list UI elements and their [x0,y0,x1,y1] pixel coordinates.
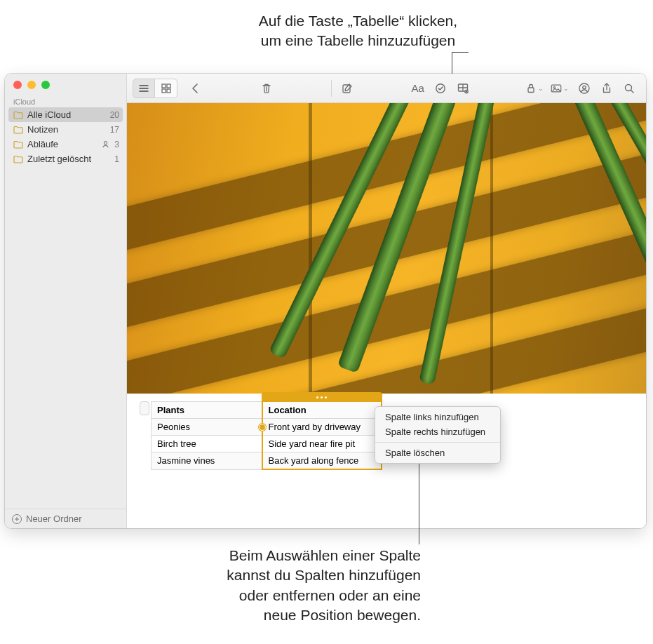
table-row: Jasmine vines Back yard along fence [152,452,382,470]
callout-text: um eine Tabelle hinzuzufügen [0,31,653,51]
media-button[interactable]: ⌄ [545,79,573,98]
sidebar-item-count: 17 [110,125,119,135]
sidebar-item-count: 3 [114,140,119,149]
delete-button[interactable] [255,79,278,98]
close-window-button[interactable] [13,81,22,89]
sidebar: iCloud Alle iCloud20Notizen17Abläufe3Zul… [5,74,127,528]
collaborate-button[interactable] [573,79,595,98]
sidebar-section-label: iCloud [5,95,126,107]
svg-rect-6 [162,89,166,93]
new-folder-label: Neuer Ordner [26,514,81,524]
lock-button[interactable]: ⌄ [523,79,545,98]
table-cell[interactable]: Peonies [152,419,262,436]
toolbar-separator [331,80,332,97]
sidebar-item-count: 1 [114,154,119,164]
column-drag-handle[interactable] [259,424,266,431]
zoom-window-button[interactable] [41,81,50,89]
view-list-button[interactable] [133,79,155,98]
callout-leader [419,450,419,544]
svg-point-20 [579,83,589,93]
svg-rect-5 [167,84,170,88]
minimize-window-button[interactable] [27,81,36,89]
sidebar-item-label: Notizen [27,124,106,135]
menu-item-delete-column[interactable]: Spalte löschen [375,445,500,460]
menu-item-add-column-left[interactable]: Spalte links hinzufügen [375,410,500,424]
callout-bottom: Beim Auswählen einer Spalte kannst du Sp… [0,546,421,625]
search-button[interactable] [618,79,640,98]
sidebar-item-alle-icloud[interactable]: Alle iCloud20 [8,107,123,122]
format-button[interactable]: Aa [407,79,429,98]
note-content-pane: Aa ⌄ ⌄ [127,74,646,528]
menu-separator [375,442,500,443]
folder-icon [13,140,23,149]
table-cell[interactable]: Back yard along fence [262,452,382,470]
callout-top: Auf die Taste „Tabelle“ klicken, um eine… [0,11,653,51]
sidebar-item-zuletzt-gelöscht[interactable]: Zuletzt gelöscht1 [5,152,126,166]
callout-text: kannst du Spalten hinzufügen [0,565,421,585]
svg-point-21 [583,86,586,88]
shared-icon [100,140,110,149]
note-table-wrap: Plants Location Peonies Front yard by [140,401,382,470]
folder-icon [13,155,23,163]
callout-text: neue Position bewegen. [0,605,421,625]
sidebar-item-abläufe[interactable]: Abläufe3 [5,137,126,152]
window-controls [5,74,126,95]
column-selection-tab[interactable] [262,392,382,402]
note-image [127,103,646,394]
chevron-down-icon: ⌄ [563,85,569,92]
folder-icon [13,111,23,119]
format-label: Aa [412,82,424,94]
share-button[interactable] [595,79,618,98]
menu-item-add-column-right[interactable]: Spalte rechts hinzufügen [375,424,500,439]
table-cell[interactable]: Birch tree [152,436,262,452]
chevron-down-icon: ⌄ [538,85,544,92]
callout-text: oder entfernen oder an eine [0,586,421,605]
sidebar-item-notizen[interactable]: Notizen17 [5,122,126,137]
table-button[interactable] [452,79,474,98]
callout-text: Beim Auswählen einer Spalte [0,546,421,565]
sidebar-item-label: Zuletzt gelöscht [27,154,110,164]
svg-line-23 [631,90,634,93]
note-table[interactable]: Plants Location Peonies Front yard by [151,401,382,470]
checklist-button[interactable] [429,79,452,98]
sidebar-item-count: 20 [110,110,119,120]
table-header-label: Location [269,405,307,415]
callout-text: Auf die Taste „Tabelle“ klicken, [0,11,653,31]
svg-rect-7 [167,89,170,93]
note-body[interactable]: Plants Location Peonies Front yard by [127,103,646,528]
plus-circle-icon [12,514,22,524]
table-header-selected[interactable]: Location [262,401,382,419]
toolbar: Aa ⌄ ⌄ [127,74,646,103]
notes-app-window: iCloud Alle iCloud20Notizen17Abläufe3Zul… [5,74,646,528]
table-row: Peonies Front yard by driveway [152,419,382,436]
compose-button[interactable] [336,79,358,98]
svg-rect-4 [162,84,166,88]
table-cell[interactable]: Front yard by driveway [262,419,382,436]
table-cell[interactable]: Side yard near fire pit [262,436,382,452]
sidebar-item-label: Alle iCloud [27,109,106,120]
table-row-handle[interactable] [140,401,149,415]
column-context-menu: Spalte links hinzufügen Spalte rechts hi… [375,406,501,464]
svg-point-0 [104,142,107,145]
sidebar-item-label: Abläufe [27,139,96,149]
svg-rect-17 [528,88,534,93]
back-button[interactable] [184,79,207,98]
table-cell[interactable]: Jasmine vines [152,452,262,470]
table-header[interactable]: Plants [152,401,262,419]
folder-icon [13,126,23,134]
view-grid-button[interactable] [155,79,177,98]
table-row: Birch tree Side yard near fire pit [152,436,382,452]
new-folder-button[interactable]: Neuer Ordner [5,509,126,528]
